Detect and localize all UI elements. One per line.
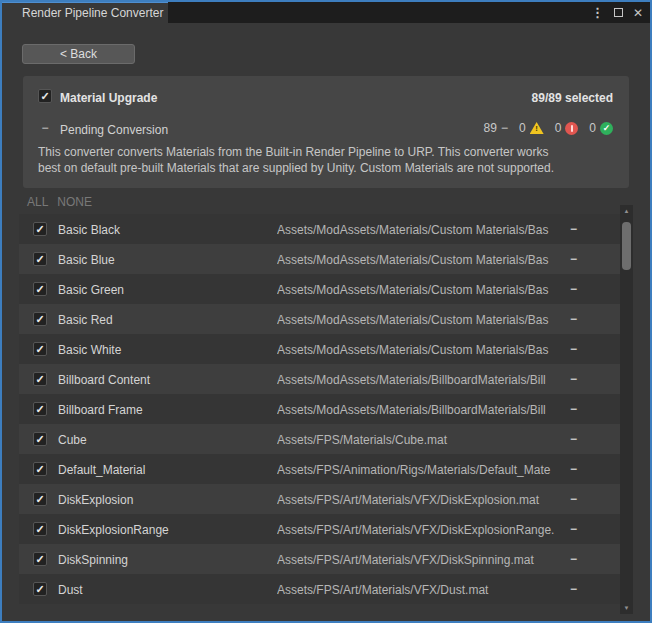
item-checkbox[interactable]: ✓ bbox=[33, 462, 47, 476]
item-checkbox[interactable]: ✓ bbox=[33, 252, 47, 266]
converter-checkbox[interactable]: ✓ bbox=[38, 89, 52, 103]
error-count-value: 0 bbox=[555, 121, 562, 135]
list-item[interactable]: ✓ Basic Red Assets/ModAssets/Materials/C… bbox=[19, 304, 620, 334]
item-checkbox[interactable]: ✓ bbox=[33, 582, 47, 596]
list-item[interactable]: ✓ DiskSpinning Assets/FPS/Art/Materials/… bbox=[19, 544, 620, 574]
warning-count-value: 0 bbox=[519, 121, 526, 135]
item-name: Billboard Content bbox=[58, 373, 150, 387]
pending-count-value: 89 bbox=[484, 121, 497, 135]
success-count: 0 ✓ bbox=[589, 121, 613, 135]
list-item[interactable]: ✓ Basic Blue Assets/ModAssets/Materials/… bbox=[19, 244, 620, 274]
item-name: Billboard Frame bbox=[58, 403, 143, 417]
pending-conversion-label[interactable]: Pending Conversion bbox=[60, 123, 168, 137]
item-name: DiskExplosionRange bbox=[58, 523, 169, 537]
item-name: Basic Black bbox=[58, 223, 120, 237]
warning-count: 0 ! bbox=[519, 121, 544, 135]
pending-count: 89 − bbox=[484, 121, 508, 135]
item-name: Default_Material bbox=[58, 463, 145, 477]
item-checkbox[interactable]: ✓ bbox=[33, 492, 47, 506]
converter-panel: ✓ Material Upgrade 89/89 selected − Pend… bbox=[23, 76, 629, 188]
render-pipeline-converter-window: Render Pipeline Converter ⋮ ✕ < Back ✓ M… bbox=[0, 0, 652, 623]
list-item[interactable]: ✓ DiskExplosion Assets/FPS/Art/Materials… bbox=[19, 484, 620, 514]
item-status-dash-icon: − bbox=[570, 492, 577, 506]
list-scrollbar[interactable]: ▲ ▼ bbox=[620, 205, 633, 614]
window-controls: ⋮ ✕ bbox=[591, 2, 650, 23]
select-all-button[interactable]: ALL bbox=[27, 195, 48, 209]
back-button[interactable]: < Back bbox=[22, 44, 135, 64]
item-path: Assets/FPS/Art/Materials/VFX/Dust.mat bbox=[277, 583, 567, 597]
list-item[interactable]: ✓ Default_Material Assets/FPS/Animation/… bbox=[19, 454, 620, 484]
item-path: Assets/FPS/Animation/Rigs/Materials/Defa… bbox=[277, 463, 567, 477]
description-line-1: This converter converts Materials from t… bbox=[38, 144, 554, 160]
error-count: 0 bbox=[555, 121, 579, 135]
item-status-dash-icon: − bbox=[570, 252, 577, 266]
item-name: Basic Green bbox=[58, 283, 124, 297]
item-path: Assets/ModAssets/Materials/BillboardMate… bbox=[277, 403, 567, 417]
item-status-dash-icon: − bbox=[570, 282, 577, 296]
item-status-dash-icon: − bbox=[570, 222, 577, 236]
item-status-dash-icon: − bbox=[570, 582, 577, 596]
select-none-button[interactable]: NONE bbox=[57, 195, 92, 209]
material-list: ✓ Basic Black Assets/ModAssets/Materials… bbox=[19, 214, 620, 604]
item-checkbox[interactable]: ✓ bbox=[33, 342, 47, 356]
item-name: DiskExplosion bbox=[58, 493, 133, 507]
item-path: Assets/FPS/Art/Materials/VFX/DiskSpinnin… bbox=[277, 553, 567, 567]
item-status-dash-icon: − bbox=[570, 402, 577, 416]
item-path: Assets/ModAssets/Materials/BillboardMate… bbox=[277, 373, 567, 387]
item-status-dash-icon: − bbox=[570, 432, 577, 446]
error-icon bbox=[565, 122, 578, 135]
item-name: DiskSpinning bbox=[58, 553, 128, 567]
item-checkbox[interactable]: ✓ bbox=[33, 222, 47, 236]
item-status-dash-icon: − bbox=[570, 312, 577, 326]
item-checkbox[interactable]: ✓ bbox=[33, 282, 47, 296]
item-path: Assets/ModAssets/Materials/Custom Materi… bbox=[277, 313, 567, 327]
pending-dash-icon: − bbox=[38, 121, 52, 135]
list-item[interactable]: ✓ DiskExplosionRange Assets/FPS/Art/Mate… bbox=[19, 514, 620, 544]
item-name: Basic Blue bbox=[58, 253, 115, 267]
description-line-2: best on default pre-built Materials that… bbox=[38, 160, 554, 176]
list-header: ALL NONE bbox=[27, 195, 92, 209]
list-item[interactable]: ✓ Billboard Frame Assets/ModAssets/Mater… bbox=[19, 394, 620, 424]
item-path: Assets/FPS/Art/Materials/VFX/DiskExplosi… bbox=[277, 523, 567, 537]
item-path: Assets/ModAssets/Materials/Custom Materi… bbox=[277, 253, 567, 267]
item-checkbox[interactable]: ✓ bbox=[33, 372, 47, 386]
item-status-dash-icon: − bbox=[570, 552, 577, 566]
list-item[interactable]: ✓ Dust Assets/FPS/Art/Materials/VFX/Dust… bbox=[19, 574, 620, 604]
list-item[interactable]: ✓ Basic Black Assets/ModAssets/Materials… bbox=[19, 214, 620, 244]
item-checkbox[interactable]: ✓ bbox=[33, 402, 47, 416]
converter-description: This converter converts Materials from t… bbox=[38, 144, 554, 176]
tab-render-pipeline-converter[interactable]: Render Pipeline Converter bbox=[2, 2, 168, 23]
item-checkbox[interactable]: ✓ bbox=[33, 432, 47, 446]
success-count-value: 0 bbox=[589, 121, 596, 135]
item-path: Assets/ModAssets/Materials/Custom Materi… bbox=[277, 283, 567, 297]
item-name: Basic White bbox=[58, 343, 121, 357]
success-icon: ✓ bbox=[600, 122, 613, 135]
menu-icon[interactable]: ⋮ bbox=[591, 6, 604, 19]
selected-count: 89/89 selected bbox=[532, 91, 613, 105]
maximize-icon[interactable] bbox=[614, 8, 623, 17]
item-status-dash-icon: − bbox=[570, 522, 577, 536]
item-path: Assets/ModAssets/Materials/Custom Materi… bbox=[277, 343, 567, 357]
list-item[interactable]: ✓ Basic Green Assets/ModAssets/Materials… bbox=[19, 274, 620, 304]
item-checkbox[interactable]: ✓ bbox=[33, 552, 47, 566]
close-icon[interactable]: ✕ bbox=[633, 7, 643, 19]
item-checkbox[interactable]: ✓ bbox=[33, 312, 47, 326]
item-status-dash-icon: − bbox=[570, 342, 577, 356]
scroll-up-icon[interactable]: ▲ bbox=[620, 208, 633, 214]
item-path: Assets/ModAssets/Materials/Custom Materi… bbox=[277, 223, 567, 237]
item-status-dash-icon: − bbox=[570, 372, 577, 386]
list-item[interactable]: ✓ Billboard Content Assets/ModAssets/Mat… bbox=[19, 364, 620, 394]
item-name: Basic Red bbox=[58, 313, 113, 327]
scrollbar-thumb[interactable] bbox=[622, 222, 631, 270]
list-item[interactable]: ✓ Cube Assets/FPS/Materials/Cube.mat − bbox=[19, 424, 620, 454]
item-path: Assets/FPS/Materials/Cube.mat bbox=[277, 433, 567, 447]
scroll-down-icon[interactable]: ▼ bbox=[620, 605, 633, 611]
titlebar: Render Pipeline Converter ⋮ ✕ bbox=[2, 2, 650, 23]
item-path: Assets/FPS/Art/Materials/VFX/DiskExplosi… bbox=[277, 493, 567, 507]
item-name: Cube bbox=[58, 433, 87, 447]
item-checkbox[interactable]: ✓ bbox=[33, 522, 47, 536]
item-status-dash-icon: − bbox=[570, 462, 577, 476]
dash-icon: − bbox=[501, 121, 508, 135]
list-item[interactable]: ✓ Basic White Assets/ModAssets/Materials… bbox=[19, 334, 620, 364]
converter-title: Material Upgrade bbox=[60, 91, 157, 105]
